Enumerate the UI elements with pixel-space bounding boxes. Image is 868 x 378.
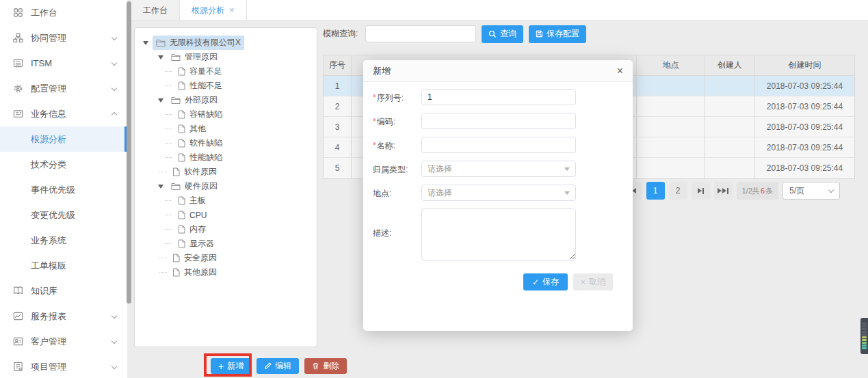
tree-panel: 无限科技有限公司X 管理原因 容量不足 性能不足 外部原因 <box>134 27 317 347</box>
sidebar-item-project-management[interactable]: 项目管理 <box>0 354 127 378</box>
code-field[interactable] <box>421 113 576 129</box>
name-field[interactable] <box>421 137 576 153</box>
cell-location <box>636 96 705 116</box>
tree-node-leaf[interactable]: 显示器 <box>135 237 317 251</box>
column-header-seq: 序号 <box>324 55 351 75</box>
required-mark: * <box>373 93 376 103</box>
tab-root-cause-analysis[interactable]: 根源分析 × <box>180 0 247 20</box>
required-mark: * <box>373 141 376 150</box>
field-label: *序列号: <box>373 89 421 105</box>
tree-node-folder[interactable]: 外部原因 <box>135 93 317 107</box>
tree-node-leaf[interactable]: 性能不足 <box>135 79 317 93</box>
sidebar-item-label: 工作台 <box>31 7 116 19</box>
widget-stripe <box>862 328 867 330</box>
sidebar-item-root-cause-analysis[interactable]: 根源分析 <box>0 126 127 152</box>
page-size-select[interactable]: 5/页 <box>782 182 840 200</box>
triangle-down-icon[interactable] <box>158 55 163 59</box>
cell-creator <box>705 158 754 178</box>
business-icon <box>12 109 24 119</box>
triangle-down-icon[interactable] <box>143 41 148 45</box>
pager-info: 1/2共 6 条 <box>737 182 778 200</box>
triangle-down-icon[interactable] <box>158 185 163 189</box>
tree-node-leaf[interactable]: 软件缺陷 <box>135 136 317 150</box>
trash-icon <box>312 362 319 370</box>
close-icon[interactable]: × <box>617 66 623 77</box>
tree-node-leaf[interactable]: 其他 <box>135 122 317 136</box>
mini-monitor-widget[interactable] <box>860 318 868 354</box>
sidebar-subitem-label: 技术分类 <box>31 159 66 171</box>
sidebar-subitem-label: 根源分析 <box>31 133 66 146</box>
cell-creator <box>705 117 754 137</box>
sidebar-item-business-info[interactable]: 业务信息 <box>0 101 127 126</box>
field-label: 归属类型: <box>373 161 421 177</box>
sidebar-item-workbench[interactable]: 工作台 <box>0 0 127 25</box>
tree-node-folder[interactable]: 管理原因 <box>135 50 317 64</box>
tree-connector <box>165 71 172 72</box>
cell-location <box>636 117 705 137</box>
category-select[interactable]: 请选择 <box>421 161 576 177</box>
tree-node-leaf[interactable]: 性能缺陷 <box>135 150 317 165</box>
sidebar-subitem-label: 工单模版 <box>31 260 66 272</box>
search-label: 模糊查询: <box>323 28 365 40</box>
cancel-button[interactable]: × 取消 <box>573 273 613 291</box>
pager-next-button[interactable] <box>692 182 710 200</box>
search-input[interactable] <box>365 25 476 42</box>
tree-node-leaf[interactable]: 内存 <box>135 222 317 237</box>
sidebar-item-service-reports[interactable]: 服务报表 <box>0 303 127 329</box>
tree-node-leaf[interactable]: 主板 <box>135 193 317 208</box>
form-row-description: 描述: <box>373 208 623 260</box>
collab-icon <box>12 33 24 43</box>
tree-connector <box>165 229 172 230</box>
sidebar-item-knowledge-base[interactable]: 知识库 <box>0 278 127 303</box>
plus-icon: + <box>218 362 224 371</box>
tab-close-icon[interactable]: × <box>229 0 235 21</box>
file-icon <box>178 124 185 133</box>
file-icon <box>178 196 185 205</box>
pager-page-1[interactable]: 1 <box>646 182 665 200</box>
delete-button[interactable]: 删除 <box>304 358 347 374</box>
sidebar-item-incident-priority[interactable]: 事件优先级 <box>0 177 127 202</box>
tree-node-leaf[interactable]: 容量不足 <box>135 64 317 79</box>
sidebar-item-customer-management[interactable]: 客户管理 <box>0 329 127 354</box>
cell-created: 2018-07-03 09:25:44 <box>754 76 854 96</box>
edit-button[interactable]: 编辑 <box>257 358 299 374</box>
sidebar-item-business-system[interactable]: 业务系统 <box>0 228 127 253</box>
query-button[interactable]: 查询 <box>482 25 523 43</box>
column-header-creator: 创建人 <box>705 55 754 75</box>
tree-node-folder[interactable]: 硬件原因 <box>135 179 317 193</box>
description-textarea[interactable] <box>421 208 576 260</box>
widget-stripe <box>862 334 867 336</box>
sidebar-item-collaboration[interactable]: 协同管理 <box>0 25 127 51</box>
serial-number-field[interactable] <box>421 89 576 105</box>
tree-connector <box>165 143 172 144</box>
tree-node-leaf[interactable]: 安全原因 <box>135 251 317 265</box>
column-header-created: 创建时间 <box>754 55 854 75</box>
sidebar-item-tech-category[interactable]: 技术分类 <box>0 152 127 177</box>
tree-node-leaf[interactable]: 其他原因 <box>135 265 317 280</box>
sidebar-item-ticket-template[interactable]: 工单模版 <box>0 253 127 278</box>
tree-node-leaf[interactable]: 容错缺陷 <box>135 107 317 122</box>
triangle-down-icon[interactable] <box>158 98 163 103</box>
tab-workbench[interactable]: 工作台 <box>131 0 180 20</box>
add-button[interactable]: + 新增 <box>211 358 251 374</box>
pager-page-2[interactable]: 2 <box>669 182 687 200</box>
sidebar-item-label: 客户管理 <box>31 336 112 348</box>
sidebar-scrollbar[interactable] <box>127 1 131 303</box>
pager-last-button[interactable] <box>714 182 733 200</box>
tree-connector <box>165 129 172 129</box>
grid-icon <box>12 8 24 18</box>
location-select[interactable]: 请选择 <box>421 185 576 201</box>
sidebar-item-itsm[interactable]: ITSM <box>0 51 127 76</box>
triangle-right-icon <box>718 188 722 193</box>
chevron-down-icon <box>111 363 117 368</box>
tree-node-label: 主板 <box>189 195 206 206</box>
save-config-button[interactable]: 保存配置 <box>529 25 586 43</box>
save-config-button-label: 保存配置 <box>547 28 579 40</box>
tree-node-leaf[interactable]: 软件原因 <box>135 165 317 179</box>
save-button[interactable]: ✓ 保存 <box>523 273 568 291</box>
sidebar-item-change-priority[interactable]: 变更优先级 <box>0 202 127 228</box>
tree-node-leaf[interactable]: CPU <box>135 208 317 222</box>
sidebar-item-configuration[interactable]: 配置管理 <box>0 76 127 101</box>
tree-node-company[interactable]: 无限科技有限公司X <box>135 36 317 50</box>
chevron-down-icon <box>111 34 117 40</box>
